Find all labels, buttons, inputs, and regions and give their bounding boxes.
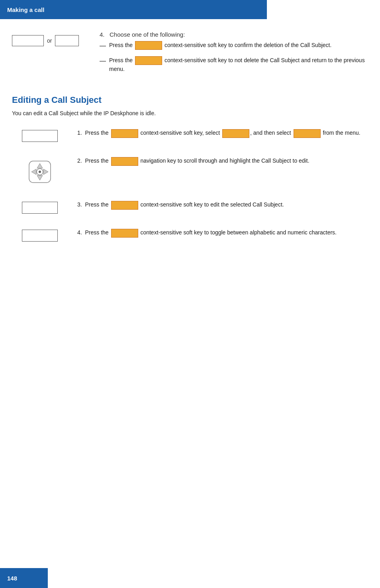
bullet-2-text: Press the context-sensitive soft key to …: [109, 56, 368, 73]
softkey-btn-no: [135, 56, 162, 65]
top-step-images: or: [12, 35, 92, 46]
edit-step-2-image: [12, 158, 68, 186]
edit-step-3-image: [12, 202, 68, 214]
page-number: 148: [7, 575, 17, 582]
step-3-num: 3.: [77, 201, 82, 208]
editing-heading: Editing a Call Subject: [12, 95, 368, 105]
top-step-content: 4. Choose one of the following: — Press …: [100, 31, 368, 79]
edit-step-4-row: 4. Press the context-sensitive soft key …: [12, 228, 368, 242]
softkey-s2: [111, 157, 138, 166]
edit-step-4-image: [12, 230, 68, 242]
softkey-s1a: [111, 129, 138, 138]
bullet-item-1: — Press the context-sensitive soft key t…: [100, 41, 368, 51]
edit-step-2-row: 2. Press the navigation key to scroll th…: [12, 156, 368, 186]
button-image-1: [12, 35, 44, 46]
editing-description: You can edit a Call Subject while the IP…: [12, 110, 368, 116]
softkey-s1b: [222, 129, 249, 138]
edit-step-3-text: 3. Press the context-sensitive soft key …: [77, 200, 368, 209]
step-4-label: 4. Choose one of the following:: [100, 31, 368, 38]
top-step-section: or 4. Choose one of the following: — Pre…: [12, 31, 368, 79]
edit-step-1-text: 1. Press the context-sensitive soft key,…: [77, 128, 368, 138]
step-4-edit-num: 4.: [77, 229, 82, 236]
softkey-btn-yes: [135, 41, 162, 50]
softkey-s3: [111, 201, 138, 210]
page-footer: 148: [0, 568, 48, 588]
dash-1: —: [100, 41, 106, 51]
edit-step-2-text: 2. Press the navigation key to scroll th…: [77, 156, 368, 165]
bullet-item-2: — Press the context-sensitive soft key t…: [100, 56, 368, 73]
or-label: or: [47, 37, 52, 44]
softkey-s4: [111, 229, 138, 238]
bullet-1-text: Press the context-sensitive soft key to …: [109, 41, 331, 50]
button-image-2: [55, 35, 79, 46]
dash-2: —: [100, 56, 106, 66]
page-content: or 4. Choose one of the following: — Pre…: [0, 31, 380, 280]
nav-key-svg: [26, 158, 54, 186]
step-2-num: 2.: [77, 157, 82, 164]
top-bullet-list: — Press the context-sensitive soft key t…: [100, 41, 368, 73]
softkey-image-step4: [22, 230, 58, 242]
svg-point-6: [39, 171, 41, 173]
edit-step-1-image: [12, 130, 68, 142]
edit-step-3-row: 3. Press the context-sensitive soft key …: [12, 200, 368, 214]
header-title: Making a call: [7, 6, 44, 13]
softkey-image-step3: [22, 202, 58, 214]
softkey-s1c: [294, 129, 321, 138]
step-1-num: 1.: [77, 130, 82, 136]
softkey-image-step1: [22, 130, 58, 142]
edit-step-1-row: 1. Press the context-sensitive soft key,…: [12, 128, 368, 142]
header-bar: Making a call: [0, 0, 267, 19]
edit-step-4-text: 4. Press the context-sensitive soft key …: [77, 228, 368, 237]
